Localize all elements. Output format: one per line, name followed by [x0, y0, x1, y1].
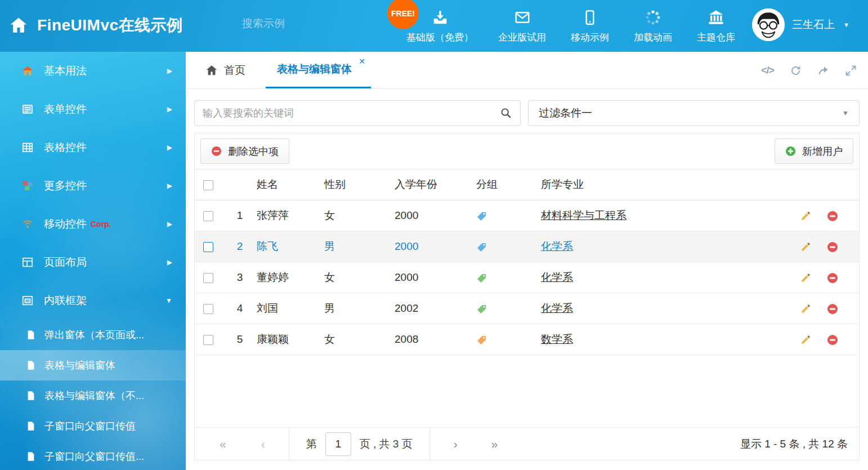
table-row[interactable]: 5康颖颖女2008数学系: [195, 324, 859, 355]
close-icon[interactable]: ✕: [359, 57, 365, 66]
edit-button[interactable]: [800, 240, 811, 253]
row-checkbox[interactable]: [203, 242, 213, 252]
sidebar-subitem-label: 子窗口向父窗口传值...: [44, 450, 144, 463]
sidebar-item-label: 表格控件: [44, 140, 87, 155]
major-link[interactable]: 材料科学与工程系: [541, 209, 627, 221]
delete-row-button[interactable]: [827, 333, 838, 346]
source-code-icon[interactable]: </>: [761, 65, 774, 77]
nav-item-loading-animation[interactable]: 加载动画: [634, 9, 672, 44]
share-icon[interactable]: [817, 65, 829, 77]
major-link[interactable]: 化学系: [541, 240, 573, 252]
nav-item-mobile-demo[interactable]: 移动示例: [571, 9, 609, 44]
select-all-checkbox[interactable]: [203, 180, 213, 190]
last-page-button[interactable]: »: [491, 438, 498, 450]
sidebar-item-1[interactable]: 表单控件▶: [0, 90, 186, 128]
sidebar-item-3[interactable]: 更多控件▶: [0, 167, 186, 205]
chevron-down-icon: ▼: [843, 21, 849, 28]
cell-year: 2008: [395, 324, 476, 355]
username: 三生石上: [792, 17, 835, 32]
sidebar-item-5[interactable]: 页面布局▶: [0, 243, 186, 281]
mobile-icon: [581, 9, 598, 26]
delete-selected-button[interactable]: 删除选中项: [200, 138, 289, 164]
nav-label: 基础版（免费）: [406, 31, 473, 44]
header-search-input[interactable]: [242, 17, 380, 30]
sidebar-subitem-2[interactable]: 表格与编辑窗体（不...: [0, 381, 186, 411]
row-checkbox[interactable]: [203, 211, 213, 221]
table-row[interactable]: 4刘国男2002化学系: [195, 293, 859, 324]
edit-button[interactable]: [800, 271, 811, 284]
filter-dropdown[interactable]: 过滤条件一 ▼: [528, 100, 860, 126]
tab-grid-edit-window[interactable]: 表格与编辑窗体 ✕: [266, 52, 371, 88]
page-number-input[interactable]: [325, 432, 351, 456]
record-summary: 显示 1 - 5 条 , 共 12 条: [740, 437, 850, 451]
edit-button[interactable]: [800, 333, 811, 346]
table-row[interactable]: 1张萍萍女2000材料科学与工程系: [195, 200, 859, 231]
row-checkbox[interactable]: [203, 273, 213, 283]
cell-name: 张萍萍: [257, 200, 324, 231]
col-major: 所学专业: [541, 169, 800, 200]
file-icon: [26, 391, 36, 401]
refresh-icon[interactable]: [790, 65, 802, 77]
row-checkbox[interactable]: [203, 335, 213, 345]
brand[interactable]: FineUIMvc在线示例: [9, 15, 183, 36]
sidebar-item-0[interactable]: 基本用法▶: [0, 52, 186, 90]
sidebar-item-label: 表单控件: [44, 102, 87, 117]
edit-button[interactable]: [800, 302, 811, 315]
row-checkbox[interactable]: [203, 304, 213, 314]
sidebar-item-2[interactable]: 表格控件▶: [0, 128, 186, 167]
next-page-button[interactable]: ›: [454, 438, 458, 450]
tab-home[interactable]: 首页: [205, 52, 245, 88]
sidebar-item-4[interactable]: 移动控件Corp.▶: [0, 205, 186, 243]
delete-row-button[interactable]: [827, 271, 838, 284]
delete-row-button[interactable]: [827, 240, 838, 253]
delete-row-button[interactable]: [827, 302, 838, 315]
frame-icon: [21, 294, 34, 307]
house-icon: [21, 65, 34, 77]
tab-tools: </>: [761, 52, 857, 89]
delete-row-button[interactable]: [827, 209, 838, 222]
sidebar-item-6[interactable]: 内联框架▼: [0, 281, 186, 320]
user-menu[interactable]: 三生石上 ▼: [752, 8, 849, 41]
edit-button[interactable]: [800, 209, 811, 222]
sidebar-subitem-0[interactable]: 弹出窗体（本页面或...: [0, 320, 186, 350]
cell-index: 2: [223, 231, 257, 262]
cell-gender: 男: [324, 293, 395, 324]
nav-label: 加载动画: [634, 31, 672, 44]
page-suffix: 页 , 共 3 页: [360, 437, 413, 451]
sidebar-subitem-1[interactable]: 表格与编辑窗体: [0, 350, 186, 381]
sidebar-subitem-label: 表格与编辑窗体（不...: [44, 389, 144, 402]
fullscreen-icon[interactable]: [845, 65, 857, 77]
sidebar-subitem-4[interactable]: 子窗口向父窗口传值...: [0, 441, 186, 470]
keyword-search-input[interactable]: [203, 108, 500, 119]
table-row[interactable]: 3董婷婷女2000化学系: [195, 262, 859, 293]
sidebar-subitem-3[interactable]: 子窗口向父窗口传值: [0, 411, 186, 441]
table-row[interactable]: 2陈飞男2000化学系: [195, 231, 859, 262]
nav-item-enterprise-trial[interactable]: 企业版试用: [498, 9, 546, 44]
cell-gender: 女: [324, 200, 395, 231]
header-search: [242, 17, 360, 30]
col-year: 入学年份: [395, 169, 476, 200]
table-body: 1张萍萍女2000材料科学与工程系2陈飞男2000化学系3董婷婷女2000化学系…: [195, 200, 859, 355]
cell-name: 刘国: [257, 293, 324, 324]
cell-year: 2000: [395, 262, 476, 293]
cell-year: 2000: [395, 200, 476, 231]
table-header-row: 姓名 性别 入学年份 分组 所学专业: [195, 169, 859, 200]
nav-item-theme-repo[interactable]: 主题仓库: [697, 9, 735, 44]
prev-page-button[interactable]: ‹: [261, 438, 265, 450]
filter-row: 过滤条件一 ▼: [186, 89, 868, 133]
major-link[interactable]: 化学系: [541, 271, 573, 283]
major-link[interactable]: 数学系: [541, 333, 573, 345]
sidebar-item-label: 更多控件: [44, 178, 87, 193]
search-icon[interactable]: [500, 107, 512, 119]
add-user-button[interactable]: 新增用户: [775, 138, 853, 164]
chevron-right-icon: ▶: [167, 182, 172, 190]
major-link[interactable]: 化学系: [541, 302, 573, 314]
tag-icon: [476, 334, 487, 346]
cell-year: 2000: [395, 231, 476, 262]
app-title: FineUIMvc在线示例: [37, 15, 183, 36]
bank-icon: [708, 9, 724, 26]
sidebar-subitem-label: 弹出窗体（本页面或...: [44, 328, 144, 342]
keyword-search-box: [194, 100, 521, 126]
cell-index: 5: [223, 324, 257, 355]
first-page-button[interactable]: «: [220, 438, 226, 450]
